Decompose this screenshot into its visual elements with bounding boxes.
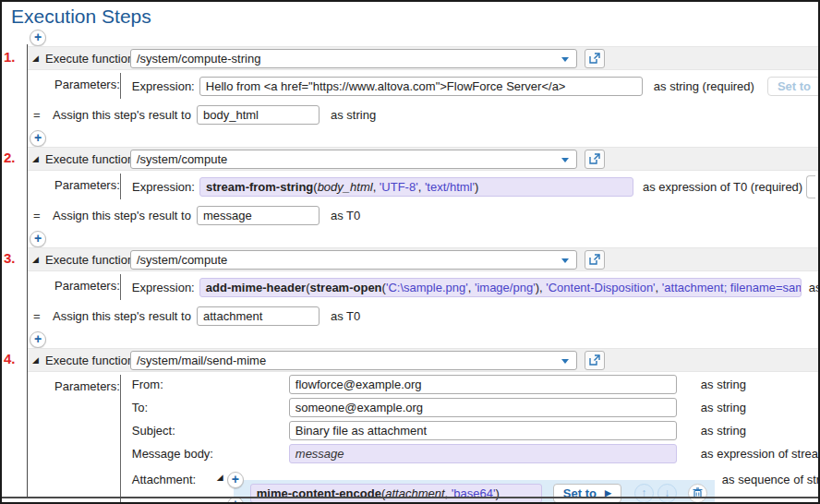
dropdown-icon[interactable] <box>561 359 569 364</box>
expression-input[interactable]: stream-from-string(body_html, 'UTF-8', '… <box>199 177 633 197</box>
field-label: From: <box>132 378 289 391</box>
function-path-input[interactable]: /system/mail/send-mime <box>130 351 577 370</box>
step-3: 3. ◢ Execute function /system/compute Pa… <box>28 247 818 326</box>
type-label: as <box>809 281 820 294</box>
collapse-icon[interactable]: ◢ <box>32 355 45 365</box>
collapse-icon[interactable]: ◢ <box>32 154 45 163</box>
param-row-message-body: Message body: message as expression of s… <box>132 444 820 463</box>
open-function-button[interactable] <box>585 49 605 68</box>
field-label: Subject: <box>132 424 289 438</box>
field-label: To: <box>132 401 289 414</box>
dropdown-icon[interactable] <box>561 158 569 162</box>
execute-function-label: Execute function <box>45 52 130 66</box>
assign-equals: = <box>33 309 53 323</box>
step-2-assign-row: = Assign this step's result to message a… <box>28 205 818 225</box>
assign-result-input[interactable]: message <box>197 206 320 225</box>
move-down-button[interactable]: ↓ <box>657 484 677 503</box>
add-step-row: + <box>28 130 818 147</box>
external-link-icon <box>589 354 600 366</box>
assign-equals: = <box>33 209 53 222</box>
add-step-button[interactable]: + <box>30 130 46 147</box>
add-step-row: + <box>28 30 818 46</box>
type-label: as string (required) <box>654 79 754 93</box>
type-label: as string <box>701 378 746 391</box>
type-label: as expression of stream <box>701 447 820 461</box>
collapse-icon[interactable]: ◢ <box>32 255 45 264</box>
step-number: 2. <box>4 150 16 165</box>
assign-result-label: Assign this step's result to <box>53 209 197 222</box>
to-input[interactable]: someone@example.org <box>289 398 677 417</box>
function-path-input[interactable]: /system/compute-string <box>130 49 577 68</box>
external-link-icon <box>589 53 600 64</box>
type-label: as string <box>701 401 746 414</box>
delete-button[interactable] <box>688 484 707 503</box>
execute-function-label: Execute function <box>45 152 130 166</box>
steps-bottom-border <box>2 497 818 498</box>
step-number: 3. <box>4 250 16 266</box>
step-3-header: ◢ Execute function /system/compute <box>28 247 818 271</box>
assign-equals: = <box>33 108 53 122</box>
execute-function-label: Execute function <box>45 253 130 267</box>
type-label: as sequence of stream <box>722 471 820 486</box>
attachment-item: mime-content-encode(attachment, 'base64'… <box>234 480 715 504</box>
page-title: Execution Steps <box>11 6 818 30</box>
add-step-button[interactable]: + <box>30 331 46 348</box>
step-1: 1. ◢ Execute function /system/compute-st… <box>28 46 818 125</box>
parameters-label: Parameters: <box>54 73 120 99</box>
step-2: 2. ◢ Execute function /system/compute Pa… <box>28 147 818 225</box>
attachment-expression-input[interactable]: mime-content-encode(attachment, 'base64'… <box>250 484 542 503</box>
expression-input[interactable]: add-mime-header(stream-open('C:\sample.p… <box>199 278 802 297</box>
assign-result-input[interactable]: attachment <box>197 306 320 326</box>
expression-input[interactable]: Hello from <a href="https://www.altova.c… <box>199 77 643 96</box>
function-path-input[interactable]: /system/compute <box>130 250 577 270</box>
step-number: 4. <box>4 351 16 366</box>
param-row-from: From: flowforce@example.org as string <box>132 375 746 394</box>
set-to-button-clipped[interactable] <box>806 175 815 198</box>
add-step-button[interactable]: + <box>30 30 46 46</box>
add-step-button[interactable]: + <box>30 231 46 247</box>
move-up-button[interactable]: ↑ <box>634 484 654 503</box>
dropdown-icon[interactable] <box>561 57 569 62</box>
expression-label: Expression: <box>132 180 199 194</box>
set-to-button[interactable]: Set to▶ <box>553 484 621 503</box>
function-path-input[interactable]: /system/compute <box>130 150 577 169</box>
assign-result-input[interactable]: body_html <box>197 105 320 125</box>
add-step-row: + <box>28 331 818 348</box>
assign-type-label: as string <box>331 108 376 122</box>
field-label: Attachment: <box>132 471 217 486</box>
type-label: as expression of T0 (required) <box>643 180 802 194</box>
message-body-input[interactable]: message <box>289 444 677 463</box>
step-1-parameters: Parameters: Expression: Hello from <a hr… <box>28 73 818 99</box>
add-attachment-button[interactable]: + <box>227 472 244 488</box>
dropdown-icon[interactable] <box>561 258 569 263</box>
attachment-list: + mime-content-encode(attachment, 'base6… <box>234 480 715 504</box>
execution-steps-panel: Execution Steps + 1. ◢ Execute function … <box>0 0 820 504</box>
step-3-parameters: Parameters: Expression: add-mime-header(… <box>28 274 818 300</box>
type-label: as string <box>701 424 746 438</box>
field-label: Message body: <box>132 447 289 461</box>
from-input[interactable]: flowforce@example.org <box>289 375 677 394</box>
parameters-label: Parameters: <box>54 375 120 504</box>
assign-type-label: as T0 <box>331 209 360 222</box>
step-4-parameters: Parameters: From: flowforce@example.org … <box>28 375 818 504</box>
step-2-header: ◢ Execute function /system/compute <box>28 147 818 171</box>
set-to-button[interactable]: Set to▶ <box>767 77 820 96</box>
open-function-button[interactable] <box>585 351 605 370</box>
subject-input[interactable]: Binary file as attachment <box>289 421 677 440</box>
step-1-header: ◢ Execute function /system/compute-strin… <box>28 46 818 70</box>
add-step-row: + <box>28 231 818 247</box>
assign-result-label: Assign this step's result to <box>53 309 197 323</box>
collapse-icon[interactable]: ◢ <box>32 54 45 63</box>
step-2-parameters: Parameters: Expression: stream-from-stri… <box>28 174 818 199</box>
external-link-icon <box>589 254 600 265</box>
assign-type-label: as T0 <box>331 309 360 323</box>
step-4-header: ◢ Execute function /system/mail/send-mim… <box>28 348 818 372</box>
expression-label: Expression: <box>132 281 199 294</box>
open-function-button[interactable] <box>585 150 605 169</box>
step-4: 4. ◢ Execute function /system/mail/send-… <box>28 348 818 504</box>
open-function-button[interactable] <box>585 250 605 270</box>
parameters-label: Parameters: <box>54 174 120 199</box>
expression-label: Expression: <box>132 79 199 93</box>
assign-result-label: Assign this step's result to <box>53 108 197 122</box>
param-row-to: To: someone@example.org as string <box>132 398 746 417</box>
